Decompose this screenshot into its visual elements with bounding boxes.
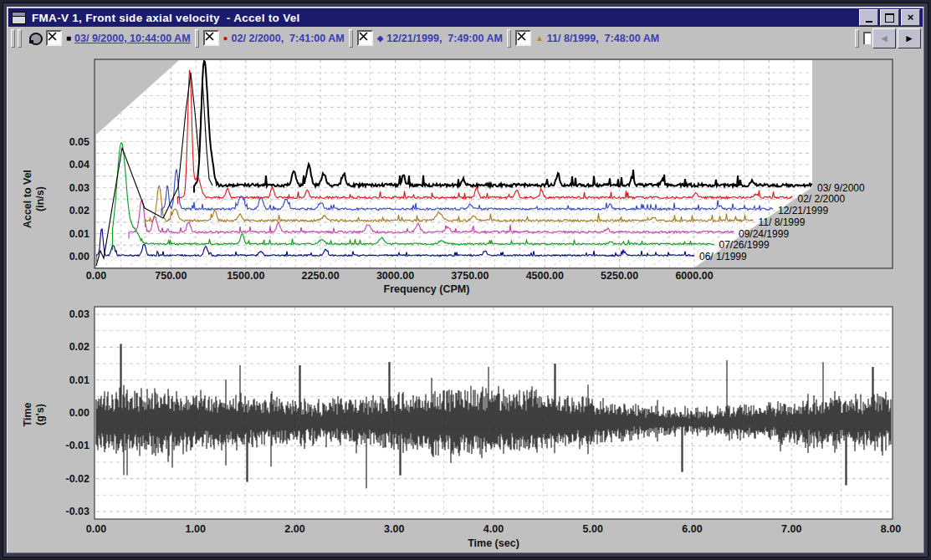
trace-marker-icon: ◆ [377, 34, 384, 43]
x-tick-label: 750.00 [155, 270, 187, 282]
window-frame: FMA-V 1, Front side axial velocity - Acc… [3, 3, 928, 557]
y-axis-title: (g's) [34, 404, 46, 425]
y-tick-label: 0.05 [69, 136, 90, 148]
x-tick-label: 6.00 [682, 523, 702, 535]
measurement-toolbar: ■03/ 9/2000, 10:44:00 AM●02/ 2/2000, 7:4… [8, 27, 923, 49]
x-axis-title: Time (sec) [468, 537, 519, 549]
measurement-date-link[interactable]: 11/ 8/1999, 7:48:00 AM [547, 33, 659, 44]
arrow-left-icon: ◄ [879, 33, 889, 44]
x-tick-label: 0.00 [86, 523, 106, 535]
x-tick-label: 2250.00 [302, 270, 340, 282]
minimize-button[interactable] [859, 9, 878, 26]
window-controls: × [859, 9, 920, 26]
toolbar-separator [507, 29, 511, 48]
close-button[interactable]: × [901, 9, 920, 26]
y-tick-label: -0.01 [66, 440, 90, 451]
measurement-checkbox[interactable] [357, 30, 373, 46]
trace-date-label: 07/26/1999 [719, 239, 770, 251]
toolbar-grip[interactable] [18, 29, 22, 48]
y-tick-label: 0.04 [69, 159, 90, 171]
measurement-checkbox[interactable] [46, 30, 62, 46]
trace-date-label: 09/24/1999 [739, 228, 789, 240]
scroll-right-button[interactable]: ► [898, 28, 921, 48]
x-tick-label: 7.00 [781, 523, 801, 535]
application-window: FMA-V 1, Front side axial velocity - Acc… [7, 7, 924, 553]
x-tick-label: 0.00 [86, 270, 106, 282]
arrow-right-icon: ► [904, 33, 914, 44]
trace-marker-icon: ■ [66, 34, 71, 43]
toolbar-scroll-controls: ◄ ► [851, 27, 921, 49]
toolbar-grip[interactable] [11, 29, 15, 48]
y-tick-label: -0.02 [66, 473, 90, 485]
toolbar-separator [195, 29, 199, 48]
x-tick-label: 1500.00 [227, 270, 264, 282]
y-tick-label: 0.02 [69, 205, 90, 216]
x-tick-label: 3.00 [384, 523, 404, 535]
maximize-button[interactable] [880, 9, 899, 26]
trace-date-label: 03/ 9/2000 [817, 182, 865, 194]
minimize-icon [866, 21, 872, 23]
y-tick-label: 0.00 [69, 407, 90, 419]
trace-marker-icon: ● [223, 34, 228, 43]
x-tick-label: 3000.00 [376, 270, 414, 282]
y-axis-title: Accel to Vel [22, 170, 33, 228]
x-tick-label: 2.00 [284, 523, 304, 535]
x-tick-label: 4.00 [483, 523, 504, 535]
trace-date-label: 06/ 1/1999 [699, 251, 747, 262]
x-tick-label: 1.00 [186, 523, 206, 535]
y-tick-label: 0.00 [69, 251, 90, 262]
waterfall-background [96, 60, 812, 267]
measurement-date-link[interactable]: 02/ 2/2000, 7:41:00 AM [232, 33, 345, 44]
measurement-checkbox[interactable] [515, 30, 531, 46]
plots-canvas[interactable]: 03/ 9/200002/ 2/200012/21/199911/ 8/1999… [8, 49, 931, 560]
window-icon [12, 12, 26, 24]
toolbar-separator [349, 29, 353, 48]
chart-area: 03/ 9/200002/ 2/200012/21/199911/ 8/1999… [8, 49, 923, 552]
x-tick-label: 8.00 [881, 523, 901, 535]
scroll-left-button[interactable]: ◄ [872, 28, 896, 48]
window-title: FMA-V 1, Front side axial velocity - Acc… [32, 12, 300, 24]
clipped-checkbox [863, 32, 871, 44]
y-tick-label: -0.03 [66, 506, 90, 517]
listen-icon[interactable] [28, 33, 41, 43]
x-axis-title: Frequency (CPM) [384, 283, 470, 295]
measurement-date-link[interactable]: 12/21/1999, 7:49:00 AM [386, 33, 503, 44]
trace-date-label: 02/ 2/2000 [798, 193, 846, 205]
y-tick-label: 0.01 [69, 374, 90, 386]
x-tick-label: 5250.00 [601, 270, 638, 282]
x-tick-label: 4500.00 [526, 270, 564, 282]
close-icon: × [908, 13, 914, 22]
trace-marker-icon: ▲ [535, 34, 544, 43]
x-tick-label: 6000.00 [675, 270, 713, 282]
x-tick-label: 3750.00 [451, 270, 489, 282]
y-tick-label: 0.03 [69, 182, 90, 194]
measurement-checkbox[interactable] [203, 30, 219, 46]
x-tick-label: 5.00 [583, 523, 603, 535]
y-tick-label: 0.03 [69, 308, 90, 320]
trace-date-label: 11/ 8/1999 [759, 216, 806, 228]
title-bar[interactable]: FMA-V 1, Front side axial velocity - Acc… [8, 8, 923, 27]
y-axis-title: Time [22, 402, 33, 426]
maximize-icon [885, 13, 894, 23]
y-tick-label: 0.02 [69, 341, 90, 353]
y-axis-title: (in/s) [34, 186, 46, 211]
trace-date-label: 12/21/1999 [778, 205, 828, 216]
measurement-date-link[interactable]: 03/ 9/2000, 10:44:00 AM [74, 33, 191, 44]
y-tick-label: 0.01 [69, 228, 90, 240]
